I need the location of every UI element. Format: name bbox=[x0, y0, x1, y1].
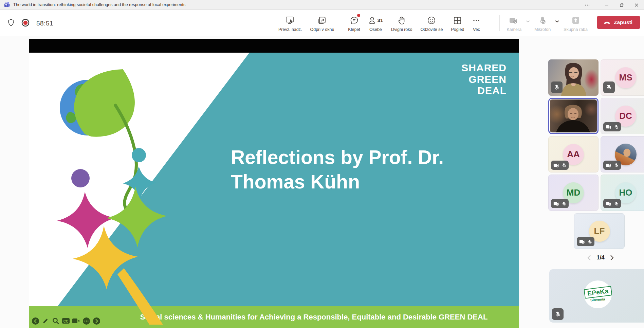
pager-next-chevron[interactable] bbox=[610, 255, 614, 261]
mic-muted-badge bbox=[603, 81, 615, 93]
chat-button[interactable]: Klepet bbox=[344, 12, 364, 32]
window-menu-button[interactable] bbox=[580, 0, 595, 10]
camera-mic-off-badge bbox=[603, 161, 621, 170]
participant-video-tile[interactable] bbox=[548, 59, 599, 96]
camera-off-icon bbox=[509, 15, 519, 26]
epeka-logo-text: EPeKa bbox=[584, 286, 612, 299]
raise-hand-button[interactable]: Dvigni roko bbox=[387, 12, 417, 32]
participant-tile-md[interactable]: MD bbox=[548, 175, 599, 211]
close-button[interactable] bbox=[629, 0, 644, 10]
toolbar-center-group: Prevz. nadz. Odpri v oknu bbox=[274, 12, 484, 32]
participant-tile-ms[interactable]: MS bbox=[601, 59, 644, 96]
participant-tile-aa[interactable]: AA bbox=[548, 136, 599, 172]
open-in-window-button[interactable]: Odpri v oknu bbox=[306, 12, 338, 32]
mic-button[interactable]: Mikrofon bbox=[530, 12, 555, 32]
screen-control-icon bbox=[286, 15, 295, 26]
react-button[interactable]: Odzovite se bbox=[416, 12, 447, 32]
participant-tile-photo[interactable] bbox=[601, 136, 644, 172]
pager-previous-chevron[interactable] bbox=[587, 255, 591, 261]
magnifier-button[interactable] bbox=[52, 317, 60, 325]
shared-green-deal-wordmark: SHARED GREEN DEAL bbox=[461, 62, 507, 96]
participant-count: 31 bbox=[378, 18, 383, 23]
presentation-controls: CC bbox=[31, 317, 100, 325]
previous-slide-button[interactable] bbox=[31, 317, 39, 325]
active-speaker-tile[interactable] bbox=[548, 98, 599, 134]
shared-slide: SHARED GREEN DEAL Reflections by Prof. D… bbox=[29, 53, 519, 328]
people-icon: 31 bbox=[368, 15, 383, 26]
teams-logo-icon bbox=[4, 2, 10, 8]
svg-text:CC: CC bbox=[63, 320, 68, 323]
slide-footer-bar: Social sciences & Humanities for Achievi… bbox=[29, 306, 519, 328]
camera-mic-off-badge bbox=[551, 161, 569, 170]
epeka-logo: EPeKa Slovenia bbox=[584, 280, 612, 308]
mic-off-icon bbox=[538, 15, 547, 26]
more-controls-button[interactable] bbox=[82, 317, 90, 325]
toolbar-right-group: Kamera Mikrofon bbox=[497, 12, 641, 32]
more-button[interactable]: Več bbox=[468, 12, 484, 32]
active-speaker-video bbox=[550, 99, 597, 132]
slide-letterbox-bar bbox=[29, 39, 519, 53]
epeka-logo-subtext: Slovenia bbox=[590, 297, 605, 302]
share-button[interactable]: Skupna raba bbox=[559, 12, 592, 32]
smiley-icon bbox=[427, 15, 436, 26]
window-titlebar: The world in transition: rethinking soci… bbox=[0, 0, 644, 10]
camera-button[interactable]: Kamera bbox=[502, 12, 526, 32]
avatar: MS bbox=[615, 67, 636, 88]
toolbar-divider bbox=[499, 15, 500, 31]
closed-captions-button[interactable]: CC bbox=[62, 317, 70, 325]
meeting-timer: 58:51 bbox=[36, 20, 53, 27]
mic-muted-badge bbox=[552, 308, 564, 320]
camera-mic-off-badge bbox=[603, 199, 621, 208]
slide-footer-text: Social sciences & Humanities for Achievi… bbox=[29, 306, 519, 328]
meeting-toolbar: 58:51 Prevz. nadz. Odpri v bbox=[0, 10, 644, 36]
ellipsis-icon bbox=[472, 15, 480, 26]
meeting-title: The world in transition: rethinking soci… bbox=[13, 2, 185, 7]
camera-mic-off-badge bbox=[603, 122, 621, 131]
titlebar-divider bbox=[597, 2, 597, 8]
video-camera-button[interactable] bbox=[72, 317, 80, 325]
participant-tile-lf[interactable]: LF bbox=[574, 213, 625, 249]
participant-tile-ho[interactable]: HO bbox=[601, 175, 644, 211]
camera-options-chevron[interactable] bbox=[526, 18, 530, 24]
leave-button[interactable]: Zapusti bbox=[597, 16, 640, 29]
speaker-video-frame bbox=[550, 99, 597, 132]
mic-options-chevron[interactable] bbox=[555, 18, 559, 24]
mic-muted-badge bbox=[551, 81, 563, 93]
participant-tile-epeka[interactable]: EPeKa Slovenia bbox=[549, 269, 644, 323]
minimize-button[interactable] bbox=[599, 0, 614, 10]
hang-up-icon bbox=[603, 20, 611, 24]
people-button[interactable]: 31 Osebe bbox=[364, 12, 387, 32]
security-shield-icon[interactable] bbox=[7, 19, 15, 28]
camera-mic-off-badge bbox=[551, 199, 569, 208]
restore-button[interactable] bbox=[614, 0, 629, 10]
pager-page-label: 1/4 bbox=[596, 254, 605, 261]
participants-pager: 1/4 bbox=[575, 252, 626, 263]
pop-out-icon bbox=[318, 15, 327, 26]
annotate-pen-button[interactable] bbox=[41, 317, 50, 325]
camera-mic-off-badge bbox=[577, 237, 594, 246]
take-control-button[interactable]: Prevz. nadz. bbox=[274, 12, 306, 32]
gallery-view-icon bbox=[453, 15, 462, 26]
chat-notification-dot bbox=[357, 14, 360, 17]
view-button[interactable]: Pogled bbox=[447, 12, 468, 32]
next-slide-button[interactable] bbox=[92, 317, 100, 325]
toolbar-divider bbox=[341, 15, 341, 31]
teams-meeting-window: The world in transition: rethinking soci… bbox=[0, 0, 644, 328]
slide-title: Reflections by Prof. Dr. Thomas Kühn bbox=[231, 145, 444, 194]
chat-icon bbox=[350, 15, 359, 26]
recording-indicator-icon bbox=[21, 19, 30, 28]
raised-hand-icon bbox=[398, 15, 406, 26]
participant-tile-dc[interactable]: DC bbox=[601, 98, 644, 134]
share-screen-icon bbox=[571, 15, 580, 26]
